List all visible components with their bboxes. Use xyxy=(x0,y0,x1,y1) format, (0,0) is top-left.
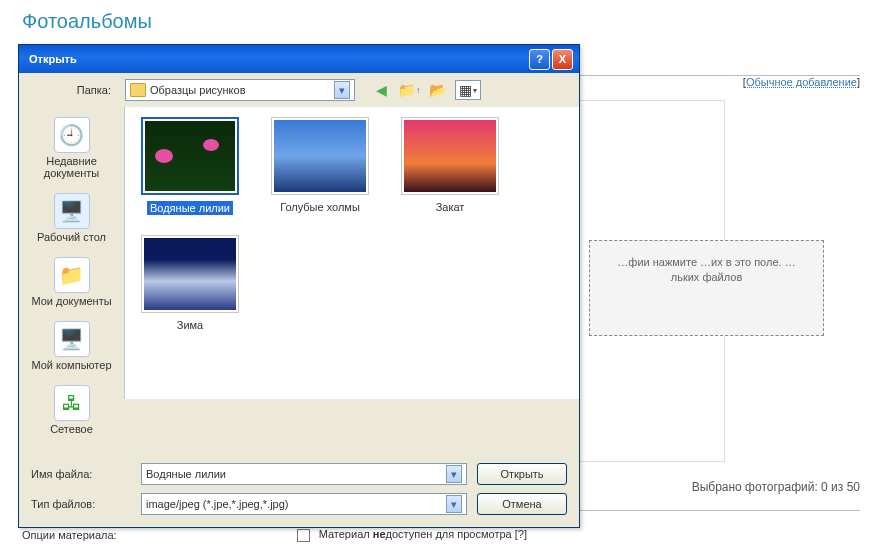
chevron-down-icon[interactable]: ▾ xyxy=(446,465,462,483)
titlebar-help-button[interactable]: ? xyxy=(529,49,550,70)
options-row: Опции материала: Материал недоступен для… xyxy=(22,528,527,542)
file-thumb[interactable]: Голубые холмы xyxy=(265,117,375,215)
chevron-down-icon[interactable]: ▾ xyxy=(446,495,462,513)
filetype-select[interactable]: image/jpeg (*.jpe,*.jpeg,*.jpg) ▾ xyxy=(141,493,467,515)
place-my-computer-label: Мой компьютер xyxy=(21,359,122,371)
place-desktop[interactable]: 🖥️ Рабочий стол xyxy=(21,193,122,243)
thumbnail-image xyxy=(141,117,239,195)
file-pane[interactable]: Водяные лилииГолубые холмыЗакатЗима xyxy=(124,107,579,399)
unavailable-checkbox[interactable] xyxy=(297,529,310,542)
photo-counter: Выбрано фотографий: 0 из 50 xyxy=(692,480,860,494)
desktop-icon: 🖥️ xyxy=(54,193,90,229)
thumbnail-image xyxy=(271,117,369,195)
thumbnail-image xyxy=(401,117,499,195)
view-menu-icon[interactable]: ▦▾ xyxy=(455,80,481,100)
thumbnail-label: Закат xyxy=(436,201,465,213)
dialog-titlebar[interactable]: Открыть ? X xyxy=(19,45,579,73)
recent-icon: 🕘 xyxy=(54,117,90,153)
place-recent[interactable]: 🕘 Недавние документы xyxy=(21,117,122,179)
up-folder-icon[interactable]: 📁↑ xyxy=(399,80,419,100)
options-label: Опции материала: xyxy=(22,529,117,541)
normal-add-link-text: Обычное добавление xyxy=(746,76,857,88)
dialog-body: 🕘 Недавние документы 🖥️ Рабочий стол 📁 М… xyxy=(19,107,579,455)
open-file-dialog: Открыть ? X Папка: Образцы рисунков ▾ ◀ … xyxy=(18,44,580,528)
place-documents-label: Мои документы xyxy=(21,295,122,307)
file-thumb[interactable]: Зима xyxy=(135,235,245,331)
place-desktop-label: Рабочий стол xyxy=(21,231,122,243)
folder-icon xyxy=(130,83,146,97)
place-my-computer[interactable]: 🖥️ Мой компьютер xyxy=(21,321,122,371)
folder-select-value: Образцы рисунков xyxy=(150,84,246,96)
places-bar: 🕘 Недавние документы 🖥️ Рабочий стол 📁 М… xyxy=(19,107,124,455)
nav-icons: ◀ 📁↑ 📂 ▦▾ xyxy=(371,80,481,100)
filename-value: Водяные лилии xyxy=(146,468,226,480)
new-folder-icon[interactable]: 📂 xyxy=(427,80,447,100)
cancel-button[interactable]: Отмена xyxy=(477,493,567,515)
my-computer-icon: 🖥️ xyxy=(54,321,90,357)
thumbnail-image xyxy=(141,235,239,313)
thumbnail-label: Голубые холмы xyxy=(280,201,360,213)
file-thumb[interactable]: Закат xyxy=(395,117,505,215)
thumbnail-label: Водяные лилии xyxy=(147,201,233,215)
unavailable-t2: доступен для просмотра [ xyxy=(386,528,518,540)
chevron-down-icon[interactable]: ▾ xyxy=(334,81,350,99)
page-title: Фотоальбомы xyxy=(0,0,882,37)
filetype-value: image/jpeg (*.jpe,*.jpeg,*.jpg) xyxy=(146,498,288,510)
back-icon[interactable]: ◀ xyxy=(371,80,391,100)
folder-label: Папка: xyxy=(29,84,119,96)
unavailable-bold: не xyxy=(373,528,386,540)
normal-add-link[interactable]: [Обычное добавление] xyxy=(743,76,860,88)
place-documents[interactable]: 📁 Мои документы xyxy=(21,257,122,307)
filetype-label: Тип файлов: xyxy=(31,498,131,510)
help-icon[interactable]: ? xyxy=(518,528,524,540)
unavailable-t1: Материал xyxy=(319,528,373,540)
thumbnail-label: Зима xyxy=(177,319,203,331)
dialog-toolbar: Папка: Образцы рисунков ▾ ◀ 📁↑ 📂 ▦▾ xyxy=(19,73,579,107)
place-recent-label: Недавние документы xyxy=(21,155,122,179)
folder-select[interactable]: Образцы рисунков ▾ xyxy=(125,79,355,101)
dialog-title: Открыть xyxy=(25,53,527,65)
place-network-label: Сетевое xyxy=(21,423,122,435)
filename-label: Имя файла: xyxy=(31,468,131,480)
filename-input[interactable]: Водяные лилии ▾ xyxy=(141,463,467,485)
titlebar-close-button[interactable]: X xyxy=(552,49,573,70)
place-network[interactable]: 🖧 Сетевое xyxy=(21,385,122,435)
open-button[interactable]: Открыть xyxy=(477,463,567,485)
network-icon: 🖧 xyxy=(54,385,90,421)
dialog-bottom: Имя файла: Водяные лилии ▾ Открыть Тип ф… xyxy=(19,455,579,527)
dropzone[interactable]: …фии нажмите …их в это поле. …льких файл… xyxy=(589,240,824,336)
file-thumb[interactable]: Водяные лилии xyxy=(135,117,245,215)
documents-icon: 📁 xyxy=(54,257,90,293)
unavailable-option: Материал недоступен для просмотра [?] xyxy=(297,528,527,542)
